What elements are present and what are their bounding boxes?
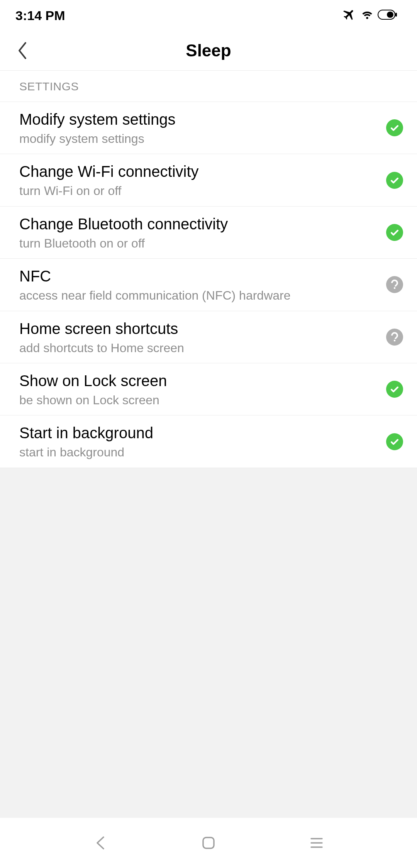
page-title: Sleep: [0, 41, 417, 60]
permission-texts: NFCaccess near field communication (NFC)…: [19, 266, 378, 303]
permission-row[interactable]: NFCaccess near field communication (NFC)…: [0, 259, 417, 311]
permission-subtitle: be shown on Lock screen: [19, 393, 378, 407]
svg-rect-2: [387, 12, 393, 18]
app-header: Sleep: [0, 31, 417, 71]
permission-subtitle: turn Bluetooth on or off: [19, 236, 378, 251]
status-ask-icon: [386, 329, 403, 346]
permission-texts: Show on Lock screenbe shown on Lock scre…: [19, 371, 378, 407]
battery-icon: [378, 10, 398, 21]
status-allow-icon: [386, 381, 403, 398]
back-button[interactable]: [17, 41, 29, 60]
nav-back-button[interactable]: [89, 831, 112, 854]
permission-row[interactable]: Modify system settingsmodify system sett…: [0, 102, 417, 154]
permission-row[interactable]: Change Bluetooth connectivityturn Blueto…: [0, 207, 417, 259]
status-allow-icon: [386, 224, 403, 241]
permission-row[interactable]: Home screen shortcutsadd shortcuts to Ho…: [0, 311, 417, 363]
status-allow-icon: [386, 119, 403, 136]
permission-title: NFC: [19, 266, 378, 286]
status-icons: [343, 8, 398, 23]
permission-subtitle: start in background: [19, 445, 378, 459]
section-header: SETTINGS: [0, 71, 417, 102]
permission-row[interactable]: Show on Lock screenbe shown on Lock scre…: [0, 363, 417, 415]
permission-texts: Start in backgroundstart in background: [19, 423, 378, 459]
system-nav-bar: [0, 818, 417, 868]
permission-texts: Change Wi-Fi connectivityturn Wi-Fi on o…: [19, 162, 378, 198]
permission-row[interactable]: Change Wi-Fi connectivityturn Wi-Fi on o…: [0, 154, 417, 206]
svg-rect-1: [395, 13, 397, 17]
permission-title: Change Wi-Fi connectivity: [19, 162, 378, 181]
permissions-list: Modify system settingsmodify system sett…: [0, 102, 417, 468]
permission-title: Change Bluetooth connectivity: [19, 214, 378, 234]
airplane-mode-icon: [343, 8, 357, 23]
nav-recents-button[interactable]: [305, 831, 328, 854]
permission-texts: Modify system settingsmodify system sett…: [19, 110, 378, 146]
permission-title: Modify system settings: [19, 110, 378, 129]
permission-title: Start in background: [19, 423, 378, 442]
permission-title: Show on Lock screen: [19, 371, 378, 390]
permission-subtitle: modify system settings: [19, 131, 378, 146]
status-time: 3:14 PM: [15, 8, 65, 23]
permission-row[interactable]: Start in backgroundstart in background: [0, 415, 417, 468]
permission-subtitle: add shortcuts to Home screen: [19, 341, 378, 355]
status-ask-icon: [386, 276, 403, 293]
nav-home-button[interactable]: [197, 831, 220, 854]
permission-title: Home screen shortcuts: [19, 319, 378, 338]
permission-texts: Home screen shortcutsadd shortcuts to Ho…: [19, 319, 378, 355]
permission-subtitle: access near field communication (NFC) ha…: [19, 288, 378, 303]
permission-subtitle: turn Wi-Fi on or off: [19, 183, 378, 198]
status-allow-icon: [386, 433, 403, 450]
svg-rect-3: [203, 837, 214, 848]
wifi-icon: [361, 8, 374, 23]
permission-texts: Change Bluetooth connectivityturn Blueto…: [19, 214, 378, 251]
status-bar: 3:14 PM: [0, 0, 417, 31]
content-area: SETTINGS Modify system settingsmodify sy…: [0, 71, 417, 468]
status-allow-icon: [386, 172, 403, 189]
